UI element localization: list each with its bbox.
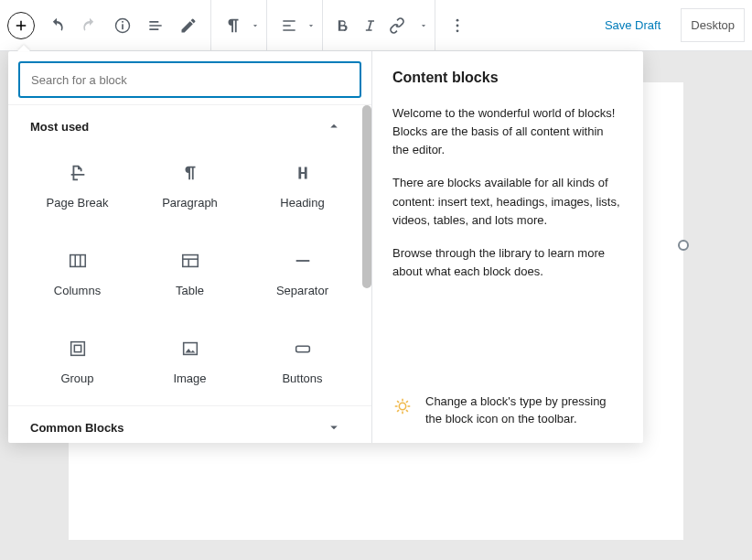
separator-icon bbox=[293, 247, 313, 275]
search-input[interactable] bbox=[19, 62, 360, 97]
svg-point-17 bbox=[399, 404, 405, 410]
svg-line-23 bbox=[406, 410, 408, 412]
scrollbar-thumb[interactable] bbox=[362, 105, 371, 288]
align-chevron[interactable] bbox=[306, 21, 317, 30]
inserter-right-pane: Content blocks Welcome to the wonderful … bbox=[372, 51, 643, 443]
table-icon bbox=[180, 247, 200, 275]
block-columns[interactable]: Columns bbox=[21, 235, 134, 308]
page-break-icon bbox=[68, 159, 88, 187]
category-common-blocks[interactable]: Common Blocks bbox=[8, 405, 371, 443]
columns-icon bbox=[68, 247, 88, 275]
block-paragraph[interactable]: Paragraph bbox=[134, 147, 246, 221]
resize-handle-icon[interactable] bbox=[678, 240, 689, 251]
svg-rect-13 bbox=[70, 341, 84, 355]
tip-row: Change a block's type by pressing the bl… bbox=[392, 384, 623, 428]
block-table[interactable]: Table bbox=[134, 235, 246, 308]
block-group[interactable]: Group bbox=[21, 323, 134, 396]
info-button[interactable] bbox=[106, 9, 139, 42]
category-most-used[interactable]: Most used bbox=[8, 105, 371, 147]
content-blocks-p1: Welcome to the wonderful world of blocks… bbox=[392, 104, 623, 159]
bold-button[interactable] bbox=[328, 9, 356, 42]
category-label: Common Blocks bbox=[30, 421, 124, 435]
svg-line-25 bbox=[406, 401, 408, 403]
block-label: Page Break bbox=[47, 196, 109, 210]
lightbulb-icon bbox=[392, 396, 413, 422]
block-buttons[interactable]: Buttons bbox=[246, 323, 359, 396]
svg-rect-14 bbox=[74, 345, 81, 351]
editor-toolbar: Save Draft Desktop bbox=[0, 0, 752, 51]
block-label: Heading bbox=[280, 196, 324, 210]
inserter-left-pane: Most used Page Break Paragraph Heading bbox=[8, 51, 372, 443]
blocks-grid: Page Break Paragraph Heading Columns Tab… bbox=[8, 147, 371, 405]
redo-button[interactable] bbox=[73, 9, 106, 42]
block-image[interactable]: Image bbox=[134, 323, 246, 396]
block-page-break[interactable]: Page Break bbox=[21, 147, 134, 221]
outline-button[interactable] bbox=[139, 9, 172, 42]
italic-button[interactable] bbox=[356, 9, 383, 42]
svg-line-22 bbox=[397, 401, 399, 403]
category-label: Most used bbox=[30, 120, 89, 134]
image-icon bbox=[180, 335, 200, 362]
svg-rect-2 bbox=[122, 21, 124, 23]
svg-rect-1 bbox=[122, 24, 124, 29]
block-heading[interactable]: Heading bbox=[246, 147, 359, 221]
tip-text: Change a block's type by pressing the bl… bbox=[425, 393, 623, 428]
group-icon bbox=[68, 335, 88, 362]
chevron-up-icon bbox=[326, 118, 342, 135]
block-label: Separator bbox=[276, 284, 328, 297]
content-blocks-title: Content blocks bbox=[392, 70, 623, 86]
heading-icon bbox=[293, 159, 313, 187]
svg-line-24 bbox=[397, 410, 399, 412]
svg-point-4 bbox=[457, 24, 459, 27]
more-options-button[interactable] bbox=[441, 9, 474, 42]
block-label: Image bbox=[173, 372, 206, 385]
link-button[interactable] bbox=[383, 9, 411, 42]
buttons-icon bbox=[293, 335, 313, 362]
content-blocks-p3: Browse through the library to learn more… bbox=[392, 244, 623, 281]
block-label: Columns bbox=[54, 284, 101, 297]
paragraph-tool-icon[interactable] bbox=[217, 9, 250, 42]
chevron-down-icon bbox=[326, 419, 342, 436]
undo-button[interactable] bbox=[40, 9, 73, 42]
block-label: Buttons bbox=[282, 372, 322, 385]
inserter-scroll[interactable]: Most used Page Break Paragraph Heading bbox=[8, 104, 371, 443]
block-separator[interactable]: Separator bbox=[246, 235, 359, 308]
align-button[interactable] bbox=[273, 9, 306, 42]
block-label: Table bbox=[176, 284, 204, 297]
svg-rect-12 bbox=[295, 260, 309, 262]
paragraph-tool-chevron[interactable] bbox=[250, 21, 261, 30]
content-blocks-p2: There are blocks available for all kinds… bbox=[392, 174, 623, 229]
edit-button[interactable] bbox=[172, 9, 205, 42]
svg-rect-16 bbox=[295, 346, 309, 351]
block-label: Group bbox=[60, 372, 93, 385]
paragraph-icon bbox=[180, 159, 200, 187]
block-inserter-panel: Most used Page Break Paragraph Heading bbox=[8, 51, 643, 443]
svg-point-5 bbox=[457, 29, 459, 32]
format-more-chevron[interactable] bbox=[418, 21, 429, 30]
svg-point-3 bbox=[457, 18, 459, 21]
add-block-button[interactable] bbox=[7, 12, 35, 39]
save-draft-button[interactable]: Save Draft bbox=[596, 13, 670, 38]
svg-rect-9 bbox=[182, 254, 198, 266]
block-label: Paragraph bbox=[162, 196, 218, 210]
svg-rect-6 bbox=[70, 254, 85, 266]
preview-mode-button[interactable]: Desktop bbox=[681, 8, 745, 42]
